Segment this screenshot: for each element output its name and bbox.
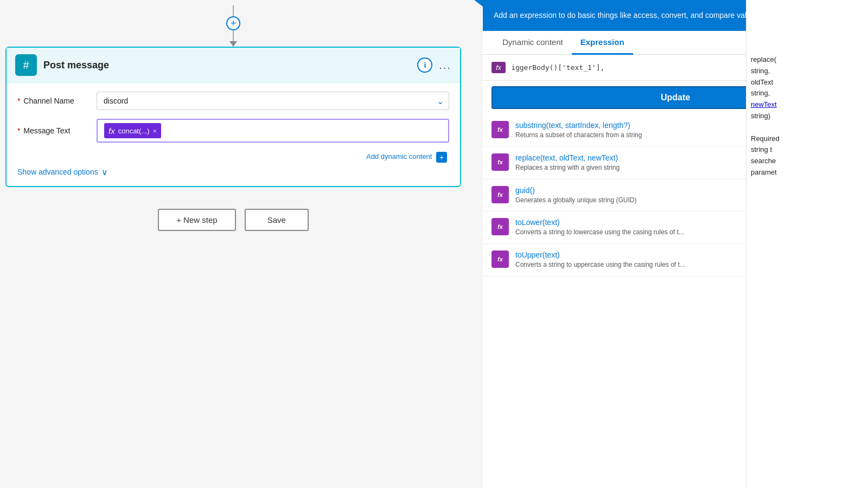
channel-name-input[interactable] [97,92,449,110]
pill-text: concat(...) [118,127,150,135]
message-text-row: * Message Text fx concat(...) × [17,119,449,143]
far-right-text: replace( string, oldText string, newText… [751,54,859,178]
required-star-msg: * [17,126,20,135]
function-icon: fx [492,251,509,268]
message-input-wrap: fx concat(...) × [97,119,449,143]
channel-label: * Channel Name [17,97,88,105]
connector-line-top [233,5,234,16]
function-icon: fx [492,153,509,171]
card-body: * Channel Name ⌄ * Message Text fx [7,83,460,186]
pill-close-icon[interactable]: × [152,127,157,135]
add-step-circle[interactable]: + [226,16,240,30]
message-text-input[interactable]: fx concat(...) × [97,119,449,143]
connector-top: + [226,5,240,47]
chevron-down-icon: ∨ [101,167,108,177]
canvas-area: + # Post message i ... * Channel Name [0,0,467,488]
card-header-actions: i ... [417,57,451,73]
show-advanced-options[interactable]: Show advanced options ∨ [17,167,449,177]
arrow-icon [229,41,237,47]
required-star: * [17,97,20,105]
expression-input[interactable]: iggerBody()['text_1'], [511,63,777,72]
new-step-button[interactable]: + New step [158,209,235,231]
dynamic-plus-badge: + [436,152,447,163]
function-icon: fx [492,121,509,138]
dynamic-content-link: Add dynamic content + [17,151,449,163]
card-title: Post message [43,60,411,71]
more-button[interactable]: ... [439,59,451,72]
function-icon: fx [492,218,509,235]
connector-line-bottom [233,30,234,41]
action-buttons: + New step Save [158,209,309,231]
message-label: * Message Text [17,126,88,135]
card-header: # Post message i ... [7,48,460,83]
far-right-panel: replace( string, oldText string, newText… [746,0,868,488]
channel-input-wrap: ⌄ [97,92,449,110]
tab-dynamic-content[interactable]: Dynamic content [494,31,572,55]
channel-name-row: * Channel Name ⌄ [17,92,449,110]
panel-arrow-icon [474,0,483,7]
save-button[interactable]: Save [245,209,309,231]
info-button[interactable]: i [417,57,432,73]
function-icon: fx [492,186,509,203]
card-icon: # [15,54,37,76]
fx-label: fx [492,62,506,73]
dynamic-content-anchor[interactable]: Add dynamic content + [366,152,447,160]
tab-expression[interactable]: Expression [572,31,633,55]
pill-fx-icon: fx [108,126,115,136]
expression-pill[interactable]: fx concat(...) × [104,123,161,138]
post-message-card: # Post message i ... * Channel Name ⌄ [5,47,461,187]
